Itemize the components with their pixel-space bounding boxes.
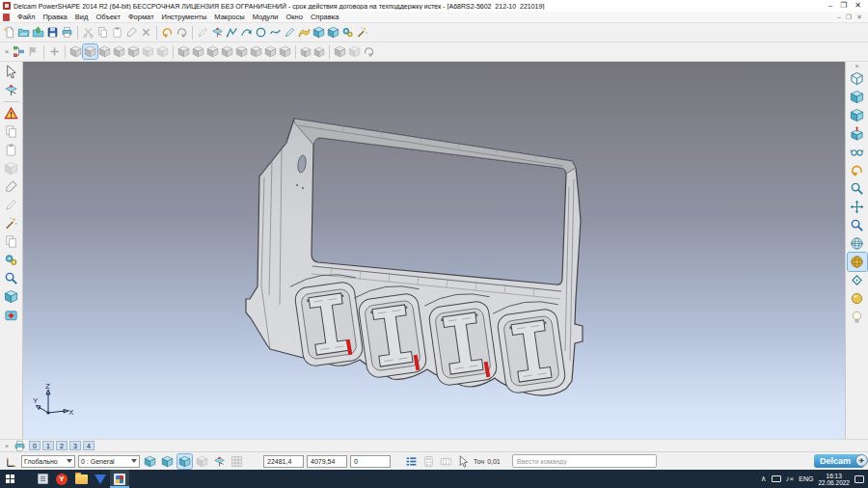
snap-icon[interactable] (456, 454, 471, 469)
workplane-editor-icon[interactable] (2, 81, 21, 99)
menu-tools[interactable]: Инструменты (158, 13, 211, 21)
line-icon[interactable] (225, 25, 239, 40)
pan-icon[interactable] (848, 198, 867, 216)
command-input[interactable] (512, 454, 657, 468)
solid-pattern-icon[interactable] (299, 45, 312, 59)
child-minimize-button[interactable]: – (837, 14, 841, 21)
menu-file[interactable]: Файл (14, 13, 39, 21)
zoom-full-icon[interactable] (848, 179, 867, 198)
restore-button[interactable]: ❐ (840, 1, 847, 11)
level-select[interactable]: 0 : General (78, 455, 140, 468)
language-indicator[interactable]: ENG (799, 475, 813, 482)
taskbar-yandex-browser[interactable]: Y (52, 470, 71, 488)
level-active-icon[interactable] (177, 454, 192, 469)
minimize-button[interactable]: – (828, 1, 832, 11)
tray-chevron-icon[interactable]: ∧ (761, 474, 767, 483)
wizard-icon[interactable] (355, 25, 369, 40)
workplane-select[interactable]: Глобально (21, 455, 75, 468)
solid-add-icon[interactable] (47, 44, 62, 59)
render-tools-icon[interactable] (2, 251, 21, 269)
coord-y-field[interactable]: 4079,54 (307, 455, 347, 468)
solid-flag-icon[interactable] (26, 44, 41, 59)
taskbar-file-explorer[interactable] (71, 470, 91, 488)
level-tab-0[interactable]: 0 (29, 441, 41, 450)
open-icon[interactable] (16, 25, 31, 40)
model-doctor-icon[interactable] (2, 104, 21, 122)
redo-icon[interactable] (175, 25, 189, 40)
calculator-icon[interactable] (421, 454, 436, 469)
child-close-button[interactable]: ✕ (856, 14, 862, 21)
import-icon[interactable] (31, 25, 45, 40)
solid-boolean-icon[interactable] (278, 44, 292, 59)
find-icon[interactable] (2, 269, 21, 287)
paint-selection-icon[interactable] (2, 214, 21, 232)
previous-view-icon[interactable] (848, 161, 867, 179)
close-toolbar-icon[interactable]: × (2, 47, 12, 56)
graphics-viewport[interactable]: Z X Y (23, 62, 845, 439)
solid-scale-icon[interactable] (333, 44, 347, 59)
paste-icon[interactable] (110, 25, 124, 40)
zoom-box-icon[interactable] (848, 216, 867, 234)
curve-icon[interactable] (268, 25, 283, 40)
view-along-axis-icon[interactable] (848, 124, 867, 143)
iso-view2-icon[interactable] (848, 88, 867, 106)
close-levels-icon[interactable]: × (3, 443, 11, 449)
taskbar-powershape-app[interactable] (110, 470, 129, 488)
sketch-icon[interactable] (196, 25, 210, 40)
solid-mirror-icon[interactable] (312, 45, 326, 59)
solid-chamfer-icon[interactable] (191, 44, 205, 59)
copy-icon[interactable] (95, 25, 110, 40)
iso-view3-icon[interactable] (848, 106, 867, 124)
menu-object[interactable]: Объект (92, 13, 124, 21)
shaded-view-icon[interactable] (848, 253, 867, 271)
solid-draft-icon[interactable] (234, 44, 249, 59)
feature-icon[interactable] (340, 25, 355, 40)
menu-view[interactable]: Вид (71, 13, 93, 21)
list-icon[interactable] (404, 454, 419, 469)
level-visibility-icon[interactable] (143, 454, 157, 469)
workplane-icon[interactable] (210, 25, 225, 40)
solid-cut-icon[interactable] (155, 44, 170, 59)
volume-muted-icon[interactable]: ♪× (786, 474, 795, 483)
iso-view-icon[interactable] (848, 69, 867, 88)
close-button[interactable]: ✕ (854, 1, 861, 11)
menu-modules[interactable]: Модули (249, 13, 283, 21)
undo-icon[interactable] (160, 25, 175, 40)
delete-icon[interactable] (139, 25, 153, 40)
model-repair-icon[interactable] (2, 306, 21, 324)
copy-gray-icon[interactable] (2, 122, 21, 141)
level-tab-4[interactable]: 4 (83, 441, 95, 450)
coord-x-field[interactable]: 22481,4 (263, 455, 304, 468)
solid-union-icon[interactable] (68, 44, 83, 59)
solid-extrude-icon[interactable] (326, 25, 340, 40)
render-view-icon[interactable] (848, 308, 867, 326)
menu-format[interactable]: Формат (124, 13, 158, 21)
level-locked-icon[interactable] (160, 454, 175, 469)
text-icon[interactable] (283, 25, 297, 40)
network-icon[interactable] (772, 475, 781, 482)
notification-center-icon[interactable] (854, 475, 864, 483)
solid-wrap-icon[interactable] (249, 44, 263, 59)
multiple-views-icon[interactable] (848, 143, 867, 161)
solid-fillet-icon[interactable] (176, 44, 191, 59)
solid-split-icon[interactable] (112, 44, 126, 59)
solid-icon[interactable] (312, 25, 326, 40)
solid-morph-icon[interactable] (263, 44, 278, 59)
solid-box-icon[interactable] (2, 287, 21, 306)
taskbar-notes-app[interactable] (33, 470, 52, 488)
solid-offset-icon[interactable] (220, 44, 234, 59)
clock[interactable]: 16:13 22.06.2022 (818, 473, 850, 486)
solid-intersect-icon[interactable] (97, 44, 112, 59)
close-view-toolbar-icon[interactable]: × (853, 63, 862, 69)
menu-edit[interactable]: Правка (39, 13, 70, 21)
brush-gray-icon[interactable] (2, 177, 21, 196)
level-tab-2[interactable]: 2 (56, 441, 68, 450)
solid-subtract-icon[interactable] (83, 44, 97, 59)
start-button[interactable] (0, 470, 19, 488)
transparent-view-icon[interactable] (848, 271, 867, 289)
level-tab-1[interactable]: 1 (42, 441, 54, 450)
pages-gray-icon[interactable] (2, 232, 21, 251)
format-paint-icon[interactable] (124, 25, 139, 40)
solid-history-icon[interactable] (362, 44, 376, 59)
coord-z-field[interactable]: 0 (350, 455, 391, 468)
